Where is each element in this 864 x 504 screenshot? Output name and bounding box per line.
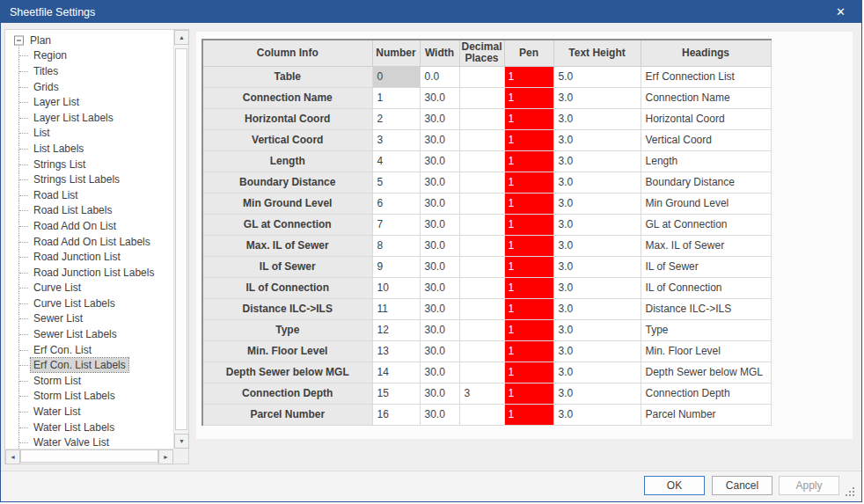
cell-width[interactable]: 30.0	[420, 193, 459, 214]
cancel-button[interactable]: Cancel	[712, 476, 772, 495]
cell-number[interactable]: 0	[372, 66, 420, 87]
cell-heading[interactable]: Distance ILC->ILS	[641, 298, 771, 319]
cell-text-height[interactable]: 3.0	[553, 214, 641, 235]
cell-column-info[interactable]: Min. Floor Level	[202, 340, 372, 362]
cell-width[interactable]: 30.0	[420, 340, 459, 362]
cell-number[interactable]: 9	[372, 256, 420, 277]
cell-number[interactable]: 4	[372, 150, 420, 172]
cell-heading[interactable]: Parcel Number	[641, 404, 771, 425]
apply-button[interactable]: Apply	[779, 476, 839, 495]
cell-number[interactable]: 15	[372, 383, 420, 404]
cell-column-info[interactable]: Table	[202, 66, 372, 87]
cell-decimal-places[interactable]	[459, 277, 504, 298]
cell-pen[interactable]: 1	[504, 362, 553, 383]
cell-number[interactable]: 11	[372, 298, 420, 319]
cell-column-info[interactable]: Min Ground Level	[202, 193, 372, 214]
horizontal-scrollbar-track[interactable]	[20, 449, 158, 463]
tree-horizontal-scrollbar[interactable]: ◄ ►	[5, 449, 173, 464]
cell-number[interactable]: 16	[372, 404, 420, 425]
tree-vertical-scrollbar[interactable]: ▲ ▼	[173, 30, 188, 449]
cell-column-info[interactable]: Max. IL of Sewer	[202, 235, 372, 256]
cell-text-height[interactable]: 3.0	[553, 404, 641, 425]
cell-width[interactable]: 30.0	[420, 150, 459, 172]
cell-heading[interactable]: Type	[641, 319, 771, 340]
cell-decimal-places[interactable]	[459, 298, 504, 319]
tree-item[interactable]: Region	[5, 48, 173, 64]
cell-text-height[interactable]: 3.0	[553, 129, 641, 150]
tree-item[interactable]: Curve List Labels	[5, 296, 173, 311]
cell-text-height[interactable]: 3.0	[553, 319, 641, 340]
cell-column-info[interactable]: Horizontal Coord	[202, 108, 372, 129]
tree-item[interactable]: Road Junction List Labels	[5, 265, 173, 281]
cell-width[interactable]: 30.0	[420, 214, 459, 235]
cell-number[interactable]: 5	[372, 172, 420, 193]
cell-decimal-places[interactable]	[459, 404, 504, 425]
cell-text-height[interactable]: 3.0	[553, 193, 641, 214]
cell-column-info[interactable]: Connection Depth	[202, 383, 372, 404]
cell-width[interactable]: 30.0	[420, 235, 459, 256]
cell-decimal-places[interactable]: 3	[459, 383, 504, 404]
cell-text-height[interactable]: 3.0	[553, 87, 641, 108]
cell-text-height[interactable]: 3.0	[553, 362, 641, 383]
cell-width[interactable]: 30.0	[420, 362, 459, 383]
close-icon[interactable]: ✕	[829, 1, 853, 23]
tree-item[interactable]: Erf Con. List Labels	[5, 357, 173, 373]
cell-text-height[interactable]: 3.0	[553, 383, 641, 404]
tree-item[interactable]: Road List	[5, 187, 173, 203]
tree-item[interactable]: Water List	[5, 404, 173, 420]
tree-item[interactable]: Storm List	[5, 373, 173, 389]
cell-column-info[interactable]: Connection Name	[202, 87, 372, 108]
tree-item[interactable]: Layer List	[5, 94, 173, 110]
cell-number[interactable]: 6	[372, 193, 420, 214]
cell-number[interactable]: 2	[372, 108, 420, 129]
cell-heading[interactable]: Depth Sewer below MGL	[641, 362, 771, 383]
tree-item[interactable]: Sewer List Labels	[5, 326, 173, 342]
collapse-toggle-icon[interactable]	[14, 35, 24, 45]
tree-item[interactable]: Strings List Labels	[5, 172, 173, 187]
cell-column-info[interactable]: Distance ILC->ILS	[202, 298, 372, 319]
cell-text-height[interactable]: 3.0	[553, 277, 641, 298]
tree-item[interactable]: Erf Con. List	[5, 342, 173, 358]
tree-item[interactable]: Titles	[5, 63, 173, 79]
cell-pen[interactable]: 1	[504, 340, 553, 362]
cell-heading[interactable]: Max. IL of Sewer	[641, 235, 771, 256]
cell-decimal-places[interactable]	[459, 235, 504, 256]
cell-decimal-places[interactable]	[459, 108, 504, 129]
cell-decimal-places[interactable]	[459, 362, 504, 383]
cell-column-info[interactable]: Length	[202, 150, 372, 172]
cell-column-info[interactable]: GL at Connection	[202, 214, 372, 235]
cell-number[interactable]: 12	[372, 319, 420, 340]
cell-text-height[interactable]: 3.0	[553, 256, 641, 277]
cell-decimal-places[interactable]	[459, 87, 504, 108]
cell-column-info[interactable]: Vertical Coord	[202, 129, 372, 150]
cell-column-info[interactable]: Boundary Distance	[202, 172, 372, 193]
tree-item[interactable]: Road Junction List	[5, 249, 173, 265]
cell-heading[interactable]: Boundary Distance	[641, 172, 771, 193]
cell-decimal-places[interactable]	[459, 66, 504, 87]
cell-heading[interactable]: IL of Sewer	[641, 256, 771, 277]
cell-column-info[interactable]: Parcel Number	[202, 404, 372, 425]
cell-width[interactable]: 30.0	[420, 383, 459, 404]
cell-column-info[interactable]: Type	[202, 319, 372, 340]
cell-width[interactable]: 0.0	[420, 66, 459, 87]
cell-number[interactable]: 13	[372, 340, 420, 362]
tree-item[interactable]: Water List Labels	[5, 420, 173, 435]
tree-item-plan[interactable]: Plan	[5, 33, 173, 48]
cell-pen[interactable]: 1	[504, 87, 553, 108]
cell-text-height[interactable]: 3.0	[553, 150, 641, 172]
scroll-right-icon[interactable]: ►	[158, 449, 173, 464]
cell-decimal-places[interactable]	[459, 193, 504, 214]
cell-pen[interactable]: 1	[504, 66, 553, 87]
vertical-scrollbar-thumb[interactable]	[175, 48, 187, 430]
cell-heading[interactable]: Vertical Coord	[641, 129, 771, 150]
cell-heading[interactable]: Length	[641, 150, 771, 172]
cell-pen[interactable]: 1	[504, 404, 553, 425]
cell-pen[interactable]: 1	[504, 150, 553, 172]
tree-item[interactable]: Road List Labels	[5, 203, 173, 219]
cell-decimal-places[interactable]	[459, 172, 504, 193]
cell-number[interactable]: 3	[372, 129, 420, 150]
cell-column-info[interactable]: IL of Connection	[202, 277, 372, 298]
cell-pen[interactable]: 1	[504, 235, 553, 256]
cell-decimal-places[interactable]	[459, 214, 504, 235]
tree-item[interactable]: Road Add On List Labels	[5, 234, 173, 250]
